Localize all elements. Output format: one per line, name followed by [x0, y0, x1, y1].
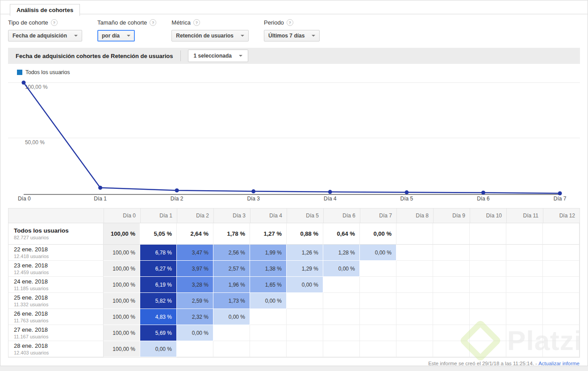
data-point[interactable] [98, 186, 102, 190]
tab-cohort-analysis[interactable]: Análisis de cohortes [10, 4, 80, 16]
table-row: 22 ene. 201812.418 usuarios100,00 %6,78 … [8, 245, 580, 261]
row-label: 26 ene. 201811.763 usuarios [8, 309, 104, 325]
help-icon[interactable]: ? [193, 19, 200, 26]
cohort-cell: 6,27 % [140, 261, 177, 277]
dropdown-value: Últimos 7 días [268, 33, 304, 39]
line-chart: 100,00 %50,00 %Día 0Día 1Día 2Día 3Día 4… [8, 77, 580, 207]
cohort-cell: 100,00 % [104, 341, 140, 357]
cohort-cell: 100,00 % [104, 293, 140, 309]
column-header: Día 1 [140, 208, 177, 223]
cohort-cell [506, 245, 543, 261]
metric-dropdown[interactable]: Retención de usuarios [171, 30, 249, 42]
x-axis-label: Día 0 [18, 196, 31, 202]
footer-separator: - [535, 361, 537, 366]
table-row: 23 ene. 201812.459 usuarios100,00 %6,27 … [8, 261, 580, 277]
cohort-cell [543, 341, 580, 357]
x-axis-label: Día 7 [554, 196, 567, 202]
cohort-cell [543, 223, 580, 245]
cohort-cell: 1,96 % [213, 277, 250, 293]
cohort-cell: 1,78 % [213, 223, 250, 245]
cohort-cell [470, 309, 506, 325]
cohort-cell: 6,78 % [140, 245, 177, 261]
column-header: Día 10 [470, 208, 506, 223]
column-header: Día 3 [213, 208, 250, 223]
cohort-cell [396, 293, 433, 309]
cohort-cell: 0,64 % [323, 223, 360, 245]
cohort-cell [396, 261, 433, 277]
cohort-cell: 100,00 % [104, 277, 140, 293]
filter-metric: Métrica ? Retención de usuarios [171, 19, 249, 42]
filter-cohort-type: Tipo de cohorte ? Fecha de adquisición [8, 19, 82, 42]
divider [180, 50, 181, 61]
cohort-cell [396, 277, 433, 293]
cohort-cell [433, 277, 470, 293]
cohort-cell [396, 309, 433, 325]
corner-cell [8, 208, 104, 223]
cohort-cell: 5,69 % [140, 325, 177, 341]
help-icon[interactable]: ? [150, 19, 156, 26]
column-header: Día 9 [433, 208, 470, 223]
cohort-cell [360, 293, 396, 309]
cohort-cell [250, 325, 287, 341]
cohort-cell [360, 341, 396, 357]
cohort-type-dropdown[interactable]: Fecha de adquisición [8, 30, 82, 42]
x-axis-label: Día 6 [477, 196, 490, 202]
cohort-cell: 100,00 % [104, 223, 140, 245]
cohort-cell [506, 341, 543, 357]
cohort-cell: 5,82 % [140, 293, 177, 309]
dropdown-value: Fecha de adquisición [13, 33, 67, 39]
cohort-cell [287, 341, 323, 357]
cohort-cell [470, 341, 506, 357]
chevron-down-icon [74, 35, 78, 37]
cohort-cell [506, 309, 543, 325]
data-point[interactable] [405, 190, 409, 194]
filter-label: Métrica [171, 19, 191, 26]
data-point[interactable] [251, 189, 255, 193]
cohort-cell [433, 223, 470, 245]
legend-swatch [17, 70, 22, 75]
cohort-cell: 100,00 % [104, 309, 140, 325]
row-label: 27 ene. 201811.167 usuarios [8, 325, 104, 341]
cohort-selector-dropdown[interactable]: 1 seleccionada [188, 50, 248, 62]
help-icon[interactable]: ? [287, 19, 293, 26]
chevron-down-icon [239, 55, 242, 57]
cohort-cell [433, 325, 470, 341]
column-header: Día 11 [506, 208, 543, 223]
cohort-cell [396, 341, 433, 357]
cohort-cell [433, 261, 470, 277]
cohort-cell [360, 325, 396, 341]
legend-item[interactable]: Todos los usuarios [8, 64, 580, 77]
cohort-cell [360, 277, 396, 293]
cohort-cell [396, 325, 433, 341]
row-label: 24 ene. 201811.185 usuarios [8, 277, 104, 293]
cohort-cell [360, 261, 396, 277]
selector-value: 1 seleccionada [194, 53, 232, 59]
cohort-size-dropdown[interactable]: por día [97, 30, 135, 42]
cohort-cell [323, 341, 360, 357]
data-point[interactable] [175, 188, 179, 192]
period-dropdown[interactable]: Últimos 7 días [264, 30, 320, 42]
cohort-cell [543, 245, 580, 261]
cohort-cell [543, 293, 580, 309]
cohort-cell: 1,65 % [250, 277, 287, 293]
filter-bar: Tipo de cohorte ? Fecha de adquisición T… [0, 14, 588, 48]
refresh-report-link[interactable]: Actualizar informe [538, 361, 580, 366]
cohort-cell [470, 277, 506, 293]
data-point[interactable] [481, 191, 485, 195]
help-icon[interactable]: ? [51, 19, 58, 26]
chevron-down-icon [312, 35, 315, 37]
tab-label: Análisis de cohortes [17, 7, 73, 13]
table-row: 28 ene. 201812.403 usuarios100,00 %0,00 … [8, 341, 580, 357]
dropdown-value: por día [102, 33, 120, 39]
cohort-cell: 1,73 % [213, 293, 250, 309]
column-header: Día 7 [360, 208, 396, 223]
cohort-cell [470, 261, 506, 277]
cohort-cell [177, 341, 213, 357]
data-point[interactable] [328, 190, 332, 194]
cohort-cell: 3,28 % [177, 277, 213, 293]
row-label: 23 ene. 201812.459 usuarios [8, 261, 104, 277]
filter-label: Tipo de cohorte [8, 19, 48, 26]
data-point[interactable] [558, 192, 562, 196]
data-point[interactable] [21, 81, 25, 85]
chart-panel-header: Fecha de adquisición cohortes de Retenci… [8, 48, 580, 64]
